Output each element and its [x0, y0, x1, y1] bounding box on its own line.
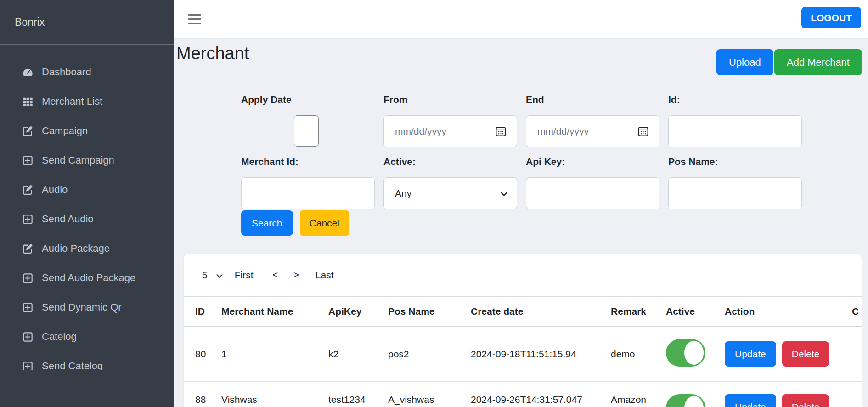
- cell-create-date: 2024-09-18T11:51:15.94: [459, 327, 599, 382]
- sidebar-item-send-dynamic-qr[interactable]: Send Dynamic Qr: [0, 293, 174, 322]
- api-key-input[interactable]: [526, 177, 659, 209]
- cell-remark: Amazon: [599, 382, 654, 407]
- sidebar: Bonrix Dashboard Merchant List Campaign …: [0, 0, 174, 407]
- active-select[interactable]: Any: [383, 177, 517, 209]
- sidebar-item-label: Send Audio Package: [42, 272, 135, 284]
- edit-icon: [22, 243, 34, 254]
- edit-icon: [22, 184, 34, 196]
- sidebar-item-audio-package[interactable]: Audio Package: [0, 234, 174, 263]
- upload-button[interactable]: Upload: [716, 49, 773, 75]
- scrollbar-track[interactable]: [862, 39, 868, 407]
- apply-date-label: Apply Date: [241, 94, 375, 105]
- pos-name-label: Pos Name:: [668, 156, 802, 167]
- apply-date-field: Apply Date: [241, 94, 375, 147]
- sidebar-item-send-audio-package[interactable]: Send Audio Package: [0, 263, 174, 293]
- pagination-prev[interactable]: <: [273, 270, 278, 280]
- sidebar-item-catelog[interactable]: Catelog: [0, 322, 174, 351]
- search-button[interactable]: Search: [241, 210, 293, 236]
- plus-square-icon: [22, 302, 34, 313]
- table-header-row: IDMerchant NameApiKeyPos NameCreate date…: [184, 297, 862, 327]
- brand-title: Bonrix: [0, 0, 174, 45]
- edit-icon: [22, 125, 34, 137]
- sidebar-item-dashboard[interactable]: Dashboard: [0, 57, 174, 87]
- chevron-down-icon: [215, 271, 224, 280]
- apply-date-checkbox[interactable]: [294, 115, 319, 147]
- sidebar-item-label: Send Catelog: [42, 360, 103, 370]
- plus-square-icon: [22, 272, 34, 284]
- sidebar-item-merchant-list[interactable]: Merchant List: [0, 87, 174, 116]
- delete-button[interactable]: Delete: [782, 341, 829, 367]
- page-size-select[interactable]: 5: [202, 270, 224, 281]
- page-title: Merchant: [176, 44, 249, 63]
- cell-pos-name: A_vishwas: [377, 382, 459, 407]
- cell-pos-name: pos2: [377, 327, 459, 382]
- cell-extra: [840, 382, 862, 407]
- chevron-down-icon: [500, 190, 508, 198]
- sidebar-item-label: Merchant List: [42, 96, 102, 107]
- cell-id: 88: [184, 382, 210, 407]
- table-header-cell: Action: [713, 297, 840, 327]
- end-date-field: End: [526, 94, 659, 147]
- cell-api-key: k2: [317, 327, 377, 382]
- update-button[interactable]: Update: [725, 341, 776, 367]
- grid-icon: [22, 96, 34, 107]
- filter-actions: Search Cancel: [241, 210, 349, 236]
- sidebar-item-label: Audio Package: [42, 243, 110, 254]
- pos-name-field: Pos Name:: [668, 156, 802, 209]
- pagination-last[interactable]: Last: [316, 270, 334, 281]
- table-header-cell: Pos Name: [377, 297, 459, 327]
- cell-remark: demo: [599, 327, 654, 382]
- merchant-id-field: Merchant Id:: [241, 156, 375, 209]
- active-select-value: Any: [395, 188, 411, 199]
- pos-name-input[interactable]: [668, 177, 802, 209]
- topbar: LOGOUT: [174, 0, 868, 39]
- from-date-field: From: [383, 94, 517, 147]
- table-header-cell: Active: [654, 297, 713, 327]
- api-key-field: Api Key:: [526, 156, 659, 209]
- cancel-button[interactable]: Cancel: [300, 210, 349, 236]
- table-header-cell: Merchant Name: [210, 297, 317, 327]
- id-input[interactable]: [668, 115, 802, 147]
- merchant-table-card: 5 First < > Last IDMerchant NameApiKeyPo…: [184, 254, 862, 407]
- table-body: 80 1 k2 pos2 2024-09-18T11:51:15.94 demo…: [184, 327, 862, 407]
- toggle-knob: [684, 396, 704, 407]
- pagination-bar: 5 First < > Last: [184, 254, 862, 296]
- sidebar-nav: Dashboard Merchant List Campaign Send Ca…: [0, 45, 174, 370]
- filter-form: Apply Date From End Id: Merchant Id:: [241, 94, 802, 209]
- table-header-cell: ApiKey: [317, 297, 377, 327]
- active-field: Active: Any: [383, 156, 517, 209]
- cell-extra: [840, 327, 862, 382]
- cell-active: [654, 327, 713, 382]
- cell-merchant-name: 1: [210, 327, 317, 382]
- sidebar-item-send-campaign[interactable]: Send Campaign: [0, 146, 174, 175]
- end-label: End: [526, 94, 659, 105]
- sidebar-item-campaign[interactable]: Campaign: [0, 116, 174, 146]
- sidebar-item-label: Campaign: [42, 125, 88, 137]
- sidebar-item-label: Send Dynamic Qr: [42, 301, 122, 313]
- from-date-input[interactable]: [383, 115, 517, 147]
- add-merchant-button[interactable]: Add Merchant: [774, 49, 862, 75]
- update-button[interactable]: Update: [725, 394, 776, 407]
- pagination-next[interactable]: >: [293, 270, 299, 280]
- table-header-cell: Create date: [459, 297, 599, 327]
- active-toggle[interactable]: [666, 339, 705, 367]
- plus-square-icon: [22, 155, 34, 166]
- end-date-input[interactable]: [526, 115, 659, 147]
- table-header-cell: C: [840, 297, 862, 327]
- plus-square-icon: [22, 331, 34, 343]
- pagination-first[interactable]: First: [235, 270, 254, 281]
- id-label: Id:: [668, 94, 802, 105]
- sidebar-item-send-audio[interactable]: Send Audio: [0, 204, 174, 234]
- hamburger-menu-icon[interactable]: [188, 14, 201, 24]
- sidebar-item-send-catelog[interactable]: Send Catelog: [0, 351, 174, 370]
- cell-action: Update Delete: [713, 382, 840, 407]
- table-header-cell: Remark: [599, 297, 654, 327]
- api-key-label: Api Key:: [526, 156, 659, 167]
- plus-square-icon: [22, 214, 34, 225]
- table-row: 88 Vishwas test1234 A_vishwas 2024-09-26…: [184, 382, 862, 407]
- sidebar-item-audio[interactable]: Audio: [0, 175, 174, 204]
- logout-button[interactable]: LOGOUT: [801, 7, 861, 28]
- merchant-id-input[interactable]: [241, 177, 375, 209]
- active-toggle[interactable]: [666, 394, 705, 407]
- delete-button[interactable]: Delete: [782, 394, 829, 407]
